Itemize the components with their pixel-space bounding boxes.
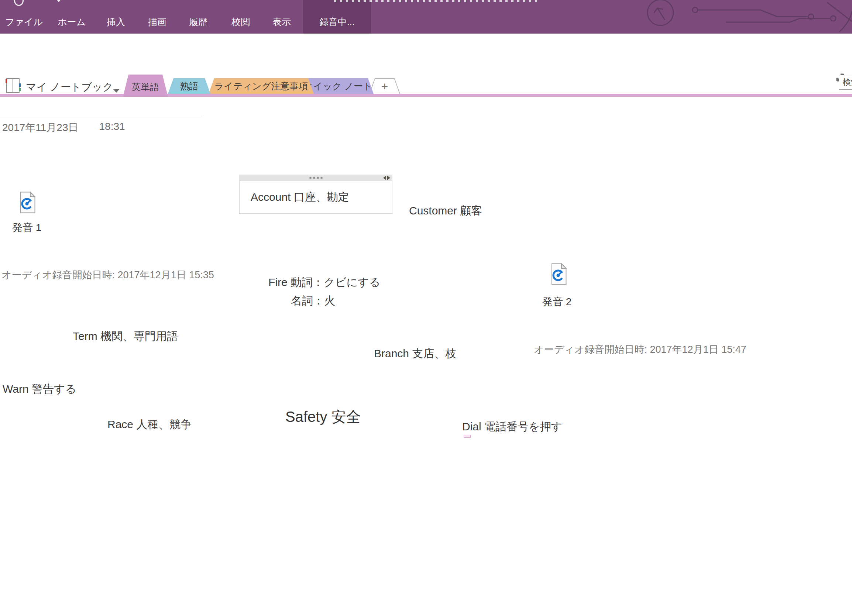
ribbon-tab-draw[interactable]: 描画 (148, 16, 166, 28)
audio-file-label[interactable]: 発音 1 (12, 221, 41, 235)
note-container[interactable]: Account 口座、勘定 (239, 175, 393, 214)
ribbon-tab-home[interactable]: ホーム (57, 16, 86, 28)
note-container-drag-handle[interactable] (239, 175, 393, 181)
ribbon-tab-view[interactable]: 表示 (272, 16, 291, 28)
section-tab-label: 英単語 (132, 81, 160, 93)
clipped-qat-icon (14, 0, 24, 6)
section-tab-bar: マイ ノートブック 英単語 熟語 ライティング注意事項 クイック ノート + 検… (0, 33, 852, 63)
audio-file-icon[interactable] (550, 263, 566, 285)
drag-dots-icon (309, 177, 322, 179)
arrow-left-icon (383, 176, 386, 180)
ribbon-tab-recording[interactable]: 録音中... (303, 0, 371, 33)
ribbon-tab-review[interactable]: 校閲 (231, 16, 250, 28)
ribbon-tab-recording-label: 録音中... (319, 16, 355, 28)
clipped-qat-icon (56, 0, 61, 2)
entry-dial[interactable]: Dial 電話番号を押す (462, 419, 562, 435)
ribbon-decorative-art (630, 0, 852, 33)
section-tab-quick-notes[interactable]: クイック ノート (303, 78, 373, 94)
entry-customer[interactable]: Customer 顧客 (409, 203, 482, 219)
entry-warn[interactable]: Warn 警告する (3, 382, 76, 397)
audio-recording-meta[interactable]: オーディオ録音開始日時: 2017年12月1日 15:47 (534, 343, 746, 356)
section-tab-label: ライティング注意事項 (215, 80, 308, 92)
entry-term[interactable]: Term 機関、専門用語 (73, 329, 178, 344)
entry-safety[interactable]: Safety 安全 (286, 407, 361, 427)
note-nav-arrows-icon[interactable] (383, 176, 390, 180)
chevron-down-icon (113, 89, 119, 93)
note-container-text[interactable]: Account 口座、勘定 (239, 181, 393, 214)
entry-branch[interactable]: Branch 支店、枝 (374, 346, 456, 361)
page-date-row[interactable]: 2017年11月23日 18:31 (2, 121, 125, 135)
audio-recording-meta[interactable]: オーディオ録音開始日時: 2017年12月1日 15:35 (2, 268, 214, 282)
entry-fire-noun[interactable]: 名詞：火 (291, 293, 335, 308)
section-tab-label: 熟語 (180, 80, 199, 92)
entry-fire[interactable]: Fire 動詞：クビにする (268, 275, 381, 290)
section-tab-eitango[interactable]: 英単語 (123, 74, 168, 97)
ribbon-tab-insert[interactable]: 挿入 (107, 16, 125, 28)
add-section-tab[interactable]: + (369, 78, 400, 94)
ribbon-tab-file[interactable]: ファイル (5, 16, 43, 28)
search-label: 検索 (843, 77, 852, 88)
audio-file-label[interactable]: 発音 2 (542, 295, 571, 309)
page-title-divider (0, 116, 202, 116)
search-input[interactable]: 検索 (839, 75, 852, 90)
entry-race[interactable]: Race 人種、競争 (107, 417, 192, 432)
section-tab-writing-notes[interactable]: ライティング注意事項 (208, 78, 314, 94)
notebook-title: マイ ノートブック (26, 80, 113, 94)
ribbon-tab-history[interactable]: 履歴 (189, 16, 207, 28)
audio-file-icon[interactable] (19, 192, 35, 213)
page-created-date: 2017年11月23日 (2, 121, 79, 135)
plus-icon: + (370, 79, 399, 94)
section-tab-label: クイック ノート (304, 80, 372, 92)
notebook-icon (5, 77, 21, 94)
clipped-window-title (334, 0, 541, 2)
ribbon: ファイル ホーム 挿入 描画 履歴 校閲 表示 録音中... (0, 0, 852, 33)
notebook-switcher[interactable]: マイ ノートブック (4, 74, 122, 95)
onenote-window: ファイル ホーム 挿入 描画 履歴 校閲 表示 録音中... (0, 0, 852, 616)
arrow-right-icon (387, 176, 390, 180)
section-tab-jukugo[interactable]: 熟語 (168, 78, 210, 94)
page-created-time: 18:31 (99, 121, 125, 135)
ink-stroke-mark (464, 435, 471, 438)
